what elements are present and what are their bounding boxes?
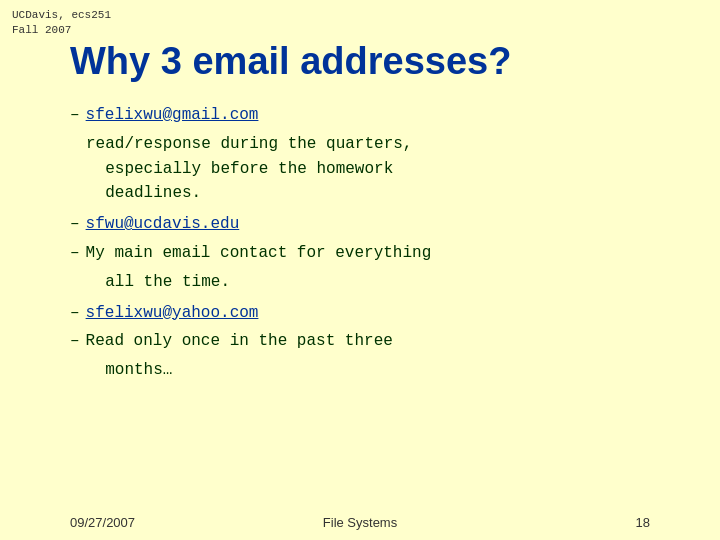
- bullet-list: – sfelixwu@gmail.com read/response durin…: [70, 103, 700, 383]
- list-item: – sfelixwu@yahoo.com: [70, 301, 700, 326]
- dash: –: [70, 103, 80, 128]
- dash: –: [70, 212, 80, 237]
- slide-title: Why 3 email addresses?: [70, 40, 700, 83]
- main-content: Why 3 email addresses? – sfelixwu@gmail.…: [70, 30, 700, 490]
- footer-topic: File Systems: [323, 515, 397, 530]
- footer-right-number: 18: [636, 515, 650, 530]
- list-item: – My main email contact for everything: [70, 241, 700, 266]
- footer-date: 09/27/2007: [70, 515, 135, 530]
- course-name: UCDavis, ecs251: [12, 8, 111, 23]
- footer-center: File Systems: [323, 515, 397, 530]
- dash: –: [70, 329, 80, 354]
- email-link-ucdavis[interactable]: sfwu@ucdavis.edu: [86, 215, 240, 233]
- dash: –: [70, 301, 80, 326]
- list-item: – sfelixwu@gmail.com: [70, 103, 700, 128]
- list-item: – Read only once in the past three: [70, 329, 700, 354]
- indent-text: months…: [86, 358, 700, 383]
- indent-text: all the time.: [86, 270, 700, 295]
- bullet-text: sfelixwu@yahoo.com: [86, 301, 700, 326]
- bullet-text: Read only once in the past three: [86, 329, 700, 354]
- bullet-text: My main email contact for everything: [86, 241, 700, 266]
- bullet-text: sfwu@ucdavis.edu: [86, 212, 700, 237]
- dash: –: [70, 241, 80, 266]
- indent-text: read/response during the quarters, espec…: [86, 132, 700, 206]
- list-item: – sfwu@ucdavis.edu: [70, 212, 700, 237]
- email-link-gmail[interactable]: sfelixwu@gmail.com: [86, 106, 259, 124]
- email-link-yahoo[interactable]: sfelixwu@yahoo.com: [86, 304, 259, 322]
- bullet-text: sfelixwu@gmail.com: [86, 103, 700, 128]
